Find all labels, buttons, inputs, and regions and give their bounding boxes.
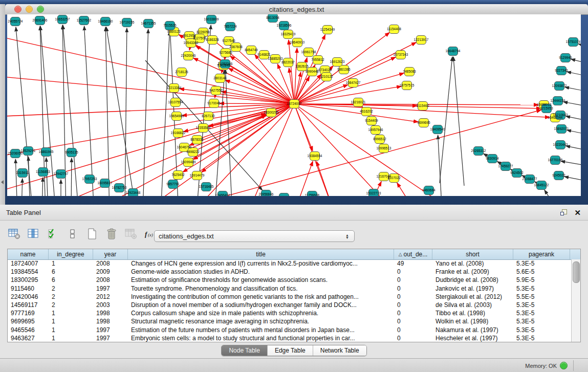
table-cell[interactable]: Disruption of a novel member of a sodium… [128, 301, 394, 309]
table-cell[interactable]: 5.3E-5 [513, 335, 570, 342]
table-cell[interactable]: 1 [49, 310, 93, 317]
table-cell[interactable]: 2012 [93, 293, 128, 300]
table-row[interactable]: 977716911998Corpus callosum shape and si… [8, 309, 572, 317]
table-row[interactable]: 1456911722003Disruption of a novel membe… [8, 301, 572, 309]
tab-edge-table[interactable]: Edge Table [268, 345, 313, 356]
table-row[interactable]: 1872400712008Changes of HCN gene express… [8, 259, 572, 268]
table-mode-button[interactable] [7, 228, 21, 242]
graph-edge[interactable] [277, 64, 292, 100]
table-row[interactable]: 2242004622012Investigating the contribut… [8, 293, 572, 301]
table-cell[interactable]: 0 [394, 301, 432, 309]
table-cell[interactable]: Changes of HCN gene expression and I(f) … [128, 260, 394, 267]
graph-edge[interactable] [220, 103, 290, 104]
column-header-name[interactable]: name [8, 249, 49, 259]
table-cell[interactable]: 18724007 [8, 260, 49, 267]
table-cell[interactable]: Nakamura et al. (1997) [432, 326, 513, 334]
graph-edge[interactable] [21, 179, 23, 196]
table-cell[interactable]: 5.3E-5 [513, 301, 570, 309]
table-cell[interactable]: 1997 [93, 285, 128, 292]
select-columns-button[interactable] [46, 228, 60, 242]
graph-edge[interactable] [294, 161, 313, 196]
graph-edge[interactable] [578, 44, 581, 48]
table-cell[interactable]: 1997 [93, 326, 128, 334]
new-column-button[interactable] [85, 228, 99, 242]
table-cell[interactable]: 9463627 [8, 335, 49, 342]
graph-edge[interactable] [7, 76, 290, 103]
graph-edge[interactable] [567, 72, 581, 77]
graph-edge[interactable] [222, 70, 223, 73]
table-cell[interactable]: 9465546 [8, 326, 49, 334]
table-cell[interactable]: 9699695 [8, 318, 49, 325]
memory-ok-indicator[interactable] [560, 362, 568, 369]
expand-panel-arrow-icon[interactable] [1, 180, 4, 184]
graph-edge[interactable] [440, 57, 452, 183]
table-cell[interactable]: Embryonic stem cells: a model to study s… [128, 335, 394, 342]
table-cell[interactable]: 5.3E-5 [513, 310, 570, 317]
table-cell[interactable]: 2008 [93, 276, 128, 283]
table-cell[interactable]: Stergiakouli et al. (2012) [432, 293, 513, 300]
row-height-button[interactable] [66, 228, 80, 242]
table-cell[interactable]: 5.5E-5 [513, 293, 570, 300]
table-cell[interactable]: 1 [49, 318, 93, 325]
graph-edge[interactable] [7, 104, 290, 117]
table-row[interactable]: 911546021997Tourette syndrome. Phenomeno… [8, 285, 572, 293]
table-cell[interactable]: 14569117 [8, 301, 49, 309]
table-cell[interactable]: Dudbridge et al. (2008) [432, 276, 513, 283]
delete-table-button[interactable] [124, 228, 138, 242]
table-cell[interactable]: 0 [394, 285, 432, 292]
network-window-titlebar[interactable]: citations_edges.txt [5, 4, 588, 15]
graph-edge[interactable] [564, 177, 581, 182]
table-row[interactable]: 1830029562008Estimation of significance … [8, 276, 572, 284]
table-cell[interactable]: 6 [49, 276, 93, 283]
table-row[interactable]: 946554611997Estimation of the future num… [8, 326, 572, 334]
graph-edge[interactable] [317, 161, 335, 196]
table-cell[interactable]: Structural magnetic resonance image aver… [128, 318, 394, 325]
table-cell[interactable]: 1998 [93, 318, 128, 325]
close-panel-icon[interactable]: ✕ [574, 209, 581, 216]
table-cell[interactable]: 5.3E-5 [513, 285, 570, 292]
table-cell[interactable]: Hescheler et al. (1997) [432, 335, 513, 342]
table-row[interactable]: 946362711997Embryonic stem cells: a mode… [8, 334, 572, 342]
table-cell[interactable]: Tourette syndrome. Phenomenology and cla… [128, 285, 394, 292]
table-cell[interactable]: 5.6E-5 [513, 268, 570, 275]
graph-edge[interactable] [453, 57, 464, 186]
table-source-select[interactable]: citations_edges.txt ▲▼ [154, 230, 355, 242]
table-cell[interactable]: 2009 [93, 268, 128, 275]
table-scrollbar-thumb[interactable] [573, 261, 580, 283]
delete-column-button[interactable] [104, 228, 119, 242]
table-cell[interactable]: Estimation of the future numbers of pati… [128, 326, 394, 334]
table-cell[interactable]: 22420046 [8, 293, 49, 300]
table-cell[interactable]: 9777169 [8, 310, 49, 317]
table-cell[interactable]: 0 [394, 318, 432, 325]
graph-edge[interactable] [561, 161, 581, 166]
table-row[interactable]: 969969511998Structural magnetic resonanc… [8, 317, 572, 325]
graph-edge[interactable] [125, 28, 127, 196]
table-cell[interactable]: 0 [394, 268, 432, 275]
graph-edge[interactable] [215, 95, 215, 98]
graph-edge[interactable] [28, 157, 30, 196]
graph-edge[interactable] [567, 130, 581, 135]
table-cell[interactable]: 0 [394, 310, 432, 317]
show-columns-button[interactable] [27, 228, 41, 242]
float-panel-icon[interactable] [560, 209, 567, 216]
column-header-pagerank[interactable]: pagerank [513, 249, 570, 259]
table-cell[interactable]: Jankovic et al. (1997) [432, 285, 513, 292]
graph-edge[interactable] [42, 178, 43, 196]
table-cell[interactable]: Franke et al. (2009) [432, 268, 513, 275]
table-cell[interactable]: 18300295 [8, 276, 49, 283]
table-cell[interactable]: 19384554 [8, 268, 49, 275]
tab-node-table[interactable]: Node Table [222, 345, 268, 356]
graph-edge[interactable] [397, 183, 417, 196]
table-cell[interactable]: 2003 [93, 301, 128, 309]
table-cell[interactable]: 1998 [93, 310, 128, 317]
table-cell[interactable]: 1 [49, 335, 93, 342]
graph-edge[interactable] [15, 159, 17, 196]
table-cell[interactable]: 49 [394, 260, 432, 267]
graph-edge[interactable] [563, 102, 581, 107]
graph-edge[interactable] [571, 59, 581, 64]
table-cell[interactable]: 5.9E-5 [513, 276, 570, 283]
table-cell[interactable]: 5.3E-5 [513, 318, 570, 325]
table-cell[interactable]: 5.3E-5 [513, 260, 570, 267]
graph-edge[interactable] [566, 146, 581, 151]
column-header-year[interactable]: year [93, 249, 128, 259]
